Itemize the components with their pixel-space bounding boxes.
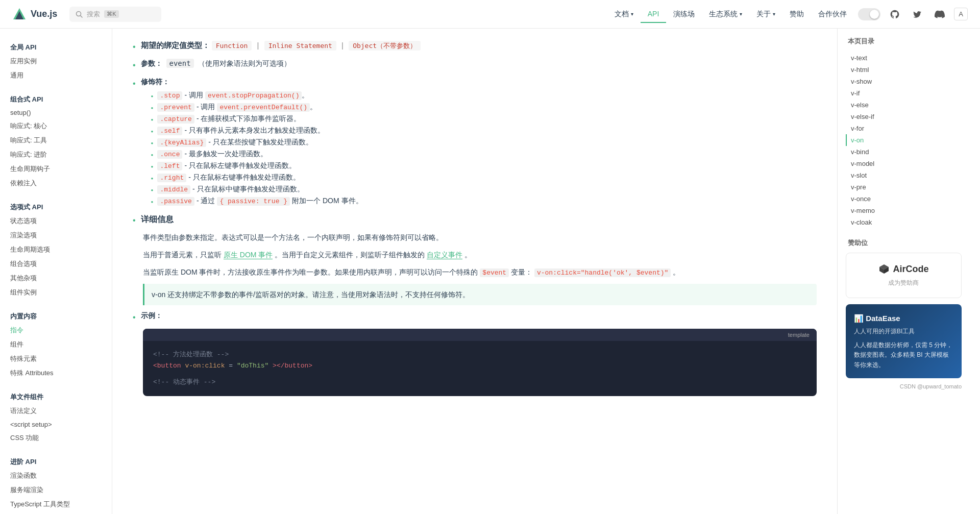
mod-desc-capture: - 在捕获模式下添加事件监听器。 [197, 114, 301, 124]
sidebar-item-render-options[interactable]: 渲染选项 [0, 228, 112, 242]
theme-toggle[interactable] [858, 8, 880, 20]
toc-item-vslot[interactable]: v-slot [846, 169, 962, 181]
layout: 全局 API 应用实例 通用 组合式 API setup() 响应式: 核心 响… [0, 29, 980, 514]
sidebar-item-state-options[interactable]: 状态选项 [0, 214, 112, 228]
toc-item-von[interactable]: v-on [846, 134, 962, 146]
aircode-banner[interactable]: AirCode 成为赞助商 [846, 253, 962, 298]
code-window: template <!-- 方法处理函数 --> <button v-on:cl… [143, 329, 817, 396]
binding-type-label: 期望的绑定值类型： Function | Inline Statement | … [141, 41, 421, 50]
toc-item-vfor[interactable]: v-for [846, 123, 962, 134]
lang-toggle[interactable]: A [954, 8, 968, 20]
toc-item-vpre[interactable]: v-pre [846, 181, 962, 193]
aircode-logo-icon [878, 263, 890, 275]
github-icon[interactable] [887, 6, 903, 22]
sidebar-item-render-fn[interactable]: 渲染函数 [0, 469, 112, 483]
toc-item-vmemo[interactable]: v-memo [846, 205, 962, 216]
mod-bullet-10: ● [151, 200, 154, 204]
sidebar-item-ssr[interactable]: 服务端渲染 [0, 483, 112, 497]
detail-body: 事件类型由参数来指定。表达式可以是一个方法名，一个内联声明，如果有修饰符则可以省… [143, 232, 817, 305]
twitter-icon[interactable] [909, 6, 925, 22]
detail-section: • 详细信息 事件类型由参数来指定。表达式可以是一个方法名，一个内联声明，如果有… [133, 214, 817, 305]
sidebar-item-misc[interactable]: 其他杂项 [0, 271, 112, 285]
sidebar-item-dependency-injection[interactable]: 依赖注入 [0, 176, 112, 190]
toc-item-vhtml[interactable]: v-html [846, 64, 962, 76]
toc-item-vmodel[interactable]: v-model [846, 158, 962, 169]
section-title-composition: 组合式 API [0, 91, 112, 106]
params-label: 参数： [141, 59, 162, 67]
example-heading-text: 示例： [141, 311, 162, 321]
code-equals: = [229, 362, 233, 370]
mod-bullet-5: ● [151, 141, 154, 145]
toc-item-vshow[interactable]: v-show [846, 76, 962, 87]
nav-sponsor[interactable]: 赞助 [782, 6, 811, 23]
sidebar-section-global-api: 全局 API 应用实例 通用 [0, 39, 112, 83]
sidebar-item-app-instance[interactable]: 应用实例 [0, 54, 112, 68]
logo[interactable]: Vue.js [12, 7, 57, 21]
code-tag-open: <button [153, 362, 185, 370]
sidebar-item-css-features[interactable]: CSS 功能 [0, 431, 112, 445]
sidebar-item-reactivity-advanced[interactable]: 响应式: 进阶 [0, 148, 112, 162]
sidebar-item-components[interactable]: 组件 [0, 337, 112, 352]
tip-text: v-on 还支持绑定不带参数的事件/监听器对的对象。请注意，当使用对象语法时，不… [152, 290, 470, 299]
mod-code-right: .right [157, 174, 186, 182]
toc-item-vif[interactable]: v-if [846, 87, 962, 99]
toc-item-velse[interactable]: v-else [846, 99, 962, 111]
sidebar-item-directives[interactable]: 指令 [0, 323, 112, 337]
nav-partners[interactable]: 合作伙伴 [811, 6, 854, 23]
sidebar-item-general[interactable]: 通用 [0, 68, 112, 83]
section-title-sfc: 单文件组件 [0, 388, 112, 404]
mod-desc-passive-1: - 通过 [197, 197, 215, 206]
sidebar-item-syntax[interactable]: 语法定义 [0, 404, 112, 418]
modifier-middle: ● .middle - 只在鼠标中键事件触发处理函数。 [151, 185, 817, 194]
nav-ecosystem[interactable]: 生态系统 ▾ [702, 6, 749, 23]
discord-icon[interactable] [932, 6, 948, 22]
bullet-dot-3: • [133, 78, 136, 90]
sidebar-item-special-elements[interactable]: 特殊元素 [0, 352, 112, 366]
sidebar-item-lifecycle-options[interactable]: 生命周期选项 [0, 242, 112, 257]
toc-item-vcloak[interactable]: v-cloak [846, 216, 962, 228]
detail-p3-text3: 。 [673, 268, 680, 276]
detail-p2-text1: 当用于普通元素，只监听 [143, 251, 222, 259]
search-kbd: ⌘K [104, 10, 118, 18]
nav-api[interactable]: API [641, 6, 667, 23]
toc-item-velseif[interactable]: v-else-if [846, 111, 962, 123]
search-bar[interactable]: 搜索 ⌘K [69, 7, 161, 22]
mod-bullet-7: ● [151, 164, 154, 169]
mod-code-stop: .stop [157, 91, 182, 100]
modifiers-section: • 修饰符： ● .stop - 调用 event.stopPropagatio… [133, 78, 817, 208]
sidebar-section-composition: 组合式 API setup() 响应式: 核心 响应式: 工具 响应式: 进阶 … [0, 91, 112, 190]
aircode-sub[interactable]: 成为赞助商 [878, 279, 928, 287]
mod-bullet-9: ● [151, 188, 154, 192]
nav-docs[interactable]: 文档 ▾ [607, 6, 641, 23]
params-event: event [166, 59, 194, 68]
detail-p2-link[interactable]: 原生 DOM 事件 [224, 251, 273, 259]
example-section: • 示例： template <!-- 方法处理函数 --> <button v… [133, 311, 817, 396]
toc-item-vonce[interactable]: v-once [846, 193, 962, 205]
mod-code-passive: .passive [157, 197, 194, 206]
sidebar-item-typescript[interactable]: TypeScript 工具类型 [0, 497, 112, 511]
toc-item-vtext[interactable]: v-text [846, 52, 962, 64]
nav-about[interactable]: 关于 ▾ [749, 6, 782, 23]
modifiers-item: • 修饰符： ● .stop - 调用 event.stopPropagatio… [133, 78, 817, 208]
nav-playground[interactable]: 演练场 [666, 6, 702, 23]
search-placeholder: 搜索 [87, 10, 100, 19]
code-window-wrapper: template <!-- 方法处理函数 --> <button v-on:cl… [143, 329, 817, 396]
sidebar-item-reactivity-core[interactable]: 响应式: 核心 [0, 119, 112, 133]
mod-desc-self: - 只有事件从元素本身发出才触发处理函数。 [184, 126, 325, 135]
sidebar-item-component-instance[interactable]: 组件实例 [0, 285, 112, 300]
sidebar-item-script-setup[interactable]: <script setup> [0, 418, 112, 431]
detail-p2: 当用于普通元素，只监听 原生 DOM 事件 。当用于自定义元素组件，则监听子组件… [143, 249, 817, 261]
mod-bullet-8: ● [151, 176, 154, 181]
modifier-self: ● .self - 只有事件从元素本身发出才触发处理函数。 [151, 126, 817, 135]
section-title-global: 全局 API [0, 39, 112, 54]
detail-p2-link2[interactable]: 自定义事件 [427, 251, 462, 259]
code-content: <!-- 方法处理函数 --> <button v-on:click = "do… [143, 341, 817, 396]
toc-item-vbind[interactable]: v-bind [846, 146, 962, 158]
sidebar-item-reactivity-tools[interactable]: 响应式: 工具 [0, 133, 112, 148]
sidebar-item-setup[interactable]: setup() [0, 106, 112, 119]
sidebar-item-lifecycle-hooks[interactable]: 生命周期钩子 [0, 162, 112, 176]
sidebar-item-special-attributes[interactable]: 特殊 Attributes [0, 366, 112, 380]
dataease-banner[interactable]: 📊 DataEase 人人可用的开源BI工具 人人都是数据分析师，仅需 5 分钟… [846, 304, 962, 378]
sidebar-item-composition-options[interactable]: 组合选项 [0, 257, 112, 271]
mod-desc-right: - 只在鼠标右键事件触发处理函数。 [188, 173, 300, 182]
